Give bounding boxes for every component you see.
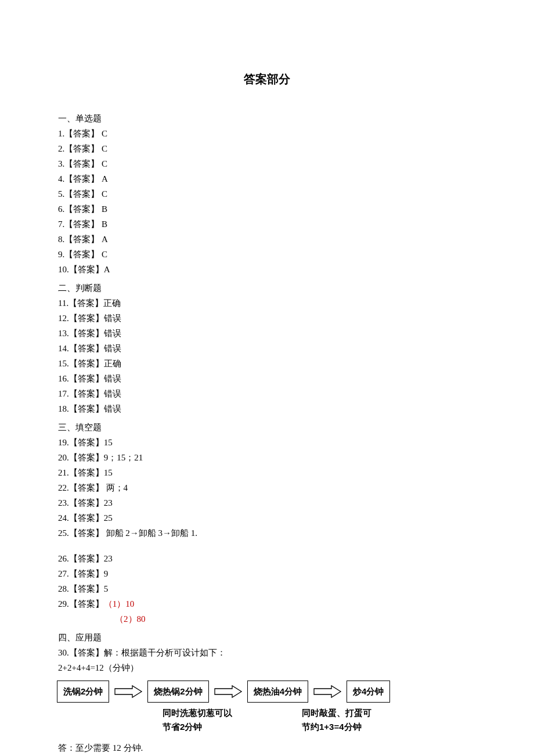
arrow-icon (313, 684, 342, 699)
answer-value: 15 (104, 438, 113, 447)
note-line: 节约1+3=4分钟 (302, 720, 371, 734)
answer-value: 正确 (104, 359, 121, 368)
answer-label: 【答案】 (69, 374, 104, 383)
q-num: 30. (58, 648, 69, 657)
answer-label: 【答案】 (69, 599, 104, 609)
answer-label: 【答案】 (69, 648, 104, 657)
flow-step-2: 烧热锅2分钟 (147, 681, 208, 703)
q-num: 5. (58, 189, 64, 199)
q30-note-2: 同时敲蛋、打蛋可 节约1+3=4分钟 (302, 706, 371, 734)
answer-value: 9；15；21 (104, 453, 143, 462)
answer-q15: 15.【答案】正确 (58, 357, 476, 370)
answer-q21: 21.【答案】15 (58, 466, 476, 480)
q-num: 19. (58, 438, 69, 447)
answer-label: 【答案】 (69, 265, 104, 274)
answer-q10: 10.【答案】A (58, 262, 476, 276)
answer-q19: 19.【答案】15 (58, 435, 476, 449)
answer-value: 15 (104, 468, 113, 477)
q-num: 21. (58, 468, 69, 477)
answer-value: C (99, 250, 107, 259)
answer-value: 卸船 2→卸船 3→卸船 1. (104, 528, 197, 538)
answer-q12: 12.【答案】错误 (58, 311, 476, 325)
q30-flowchart: 洗锅2分钟 烧热锅2分钟 烧热油4分钟 炒4分钟 (57, 681, 476, 703)
answer-q9: 9.【答案】 C (58, 247, 476, 261)
answer-value: 错误 (104, 404, 121, 413)
answer-q14: 14.【答案】错误 (58, 341, 476, 355)
answer-value: C (99, 144, 107, 153)
answer-value: 两；4 (104, 483, 128, 492)
answer-value: A (104, 265, 110, 274)
answer-q26: 26.【答案】23 (58, 552, 476, 566)
answer-q23: 23.【答案】23 (58, 496, 476, 510)
note-line: 同时洗葱切葱可以 (163, 706, 232, 720)
answer-q17: 17.【答案】错误 (58, 387, 476, 401)
q-num: 2. (58, 144, 64, 153)
flow-step-1: 洗锅2分钟 (57, 681, 109, 703)
answer-label: 【答案】 (64, 235, 99, 244)
answer-label: 【答案】 (64, 144, 99, 153)
answer-q16: 16.【答案】错误 (58, 372, 476, 386)
q-num: 4. (58, 174, 64, 183)
q-num: 14. (58, 344, 69, 353)
answer-value: 错误 (104, 344, 121, 353)
q-num: 13. (58, 329, 69, 338)
q-num: 15. (58, 359, 69, 368)
answer-value: 正确 (103, 298, 121, 308)
flow-step-4: 炒4分钟 (347, 681, 390, 703)
answer-value: B (99, 219, 107, 229)
answer-label: 【答案】 (69, 468, 104, 477)
answer-label: 【答案】 (69, 404, 104, 413)
answer-label: 【答案】 (64, 189, 99, 199)
q-num: 18. (58, 404, 69, 413)
answer-q4: 4.【答案】 A (58, 172, 476, 186)
answer-value: B (99, 204, 107, 214)
answer-label: 【答案】 (69, 359, 104, 368)
answer-q25: 25.【答案】 卸船 2→卸船 3→卸船 1. (58, 526, 476, 540)
arrow-icon (114, 684, 143, 699)
answer-value: 5 (104, 584, 109, 593)
answer-label: 【答案】 (68, 298, 103, 308)
section-1-heading: 一、单选题 (58, 111, 476, 125)
answer-value: 9 (104, 569, 109, 578)
answer-label: 【答案】 (69, 314, 104, 323)
section-2-heading: 二、判断题 (58, 281, 476, 295)
q-num: 7. (58, 219, 64, 229)
q-num: 10. (58, 265, 69, 274)
answer-q24: 24.【答案】25 (58, 511, 476, 525)
answer-label: 【答案】 (69, 584, 104, 593)
answer-q18: 18.【答案】错误 (58, 402, 476, 416)
answer-label: 【答案】 (69, 438, 104, 447)
answer-label: 【答案】 (69, 528, 104, 538)
answer-value: 错误 (104, 314, 121, 323)
answer-value: 错误 (104, 329, 121, 338)
answer-value: 23 (104, 554, 113, 563)
arrow-icon (214, 684, 243, 699)
answer-value: A (99, 235, 108, 244)
answer-label: 【答案】 (64, 159, 99, 168)
page-title: 答案部分 (58, 70, 476, 88)
answer-q6: 6.【答案】 B (58, 202, 476, 216)
q-num: 9. (58, 250, 64, 259)
q-num: 24. (58, 513, 69, 523)
note-line: 节省2分钟 (163, 720, 232, 734)
answer-q30: 30.【答案】解：根据题干分析可设计如下： (58, 646, 476, 660)
answer-label: 【答案】 (69, 389, 104, 398)
answer-value: 错误 (104, 389, 121, 398)
answer-value: 23 (104, 498, 113, 507)
q-num: 20. (58, 453, 69, 462)
answer-q7: 7.【答案】 B (58, 217, 476, 231)
answer-label: 【答案】 (69, 498, 104, 507)
answer-label: 【答案】 (69, 344, 104, 353)
answer-label: 【答案】 (69, 554, 104, 563)
q-num: 8. (58, 235, 64, 244)
answer-q27: 27.【答案】9 (58, 567, 476, 581)
q-num: 11. (58, 298, 68, 308)
answer-q3: 3.【答案】 C (58, 157, 476, 171)
solution-prefix: 解：根据题干分析可设计如下： (104, 648, 226, 657)
answer-q8: 8.【答案】 A (58, 232, 476, 246)
q30-sublabels: 同时洗葱切葱可以 节省2分钟 同时敲蛋、打蛋可 节约1+3=4分钟 (163, 706, 476, 734)
answer-q2: 2.【答案】 C (58, 142, 476, 156)
q-num: 27. (58, 569, 69, 578)
q-num: 23. (58, 498, 69, 507)
q-num: 25. (58, 528, 69, 538)
